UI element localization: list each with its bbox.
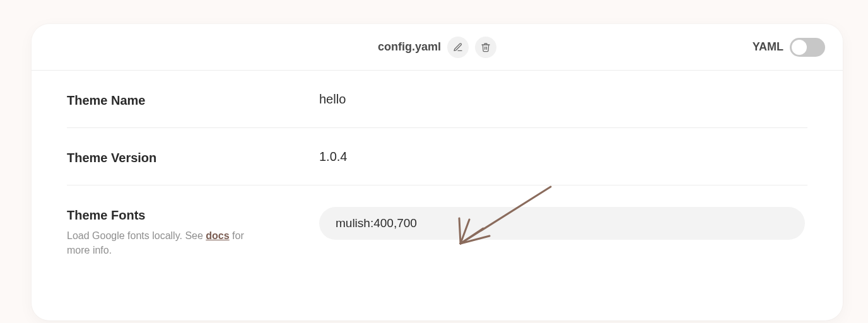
toggle-knob	[792, 40, 807, 55]
header-bar: config.yaml YAML	[32, 24, 843, 71]
row-theme-name: Theme Name hello	[67, 71, 807, 128]
value-col: hello	[319, 92, 807, 107]
yaml-toggle-label: YAML	[753, 40, 783, 54]
theme-name-value: hello	[319, 92, 346, 107]
label-col: Theme Name	[67, 92, 319, 109]
row-theme-version: Theme Version 1.0.4	[67, 128, 807, 185]
trash-icon	[481, 42, 491, 52]
theme-fonts-label: Theme Fonts	[67, 207, 319, 223]
header-center: config.yaml	[378, 37, 496, 58]
yaml-toggle[interactable]	[790, 38, 825, 57]
theme-fonts-description: Load Google fonts locally. See docs for …	[67, 228, 256, 257]
desc-pre: Load Google fonts locally. See	[67, 230, 206, 241]
theme-fonts-input[interactable]	[319, 207, 805, 240]
config-card: config.yaml YAML Theme Name	[32, 24, 843, 320]
row-theme-fonts: Theme Fonts Load Google fonts locally. S…	[67, 185, 807, 276]
label-col: Theme Version	[67, 150, 319, 166]
file-title: config.yaml	[378, 40, 441, 54]
theme-version-value: 1.0.4	[319, 150, 347, 164]
delete-button[interactable]	[475, 37, 496, 58]
value-col: 1.0.4	[319, 150, 807, 164]
edit-button[interactable]	[447, 37, 469, 58]
header-right: YAML	[496, 38, 825, 57]
value-col	[319, 207, 807, 240]
pencil-icon	[453, 42, 463, 52]
theme-version-label: Theme Version	[67, 150, 319, 166]
docs-link[interactable]: docs	[206, 230, 229, 241]
theme-name-label: Theme Name	[67, 92, 319, 109]
label-col: Theme Fonts Load Google fonts locally. S…	[67, 207, 319, 257]
config-body: Theme Name hello Theme Version 1.0.4 The…	[32, 71, 843, 276]
